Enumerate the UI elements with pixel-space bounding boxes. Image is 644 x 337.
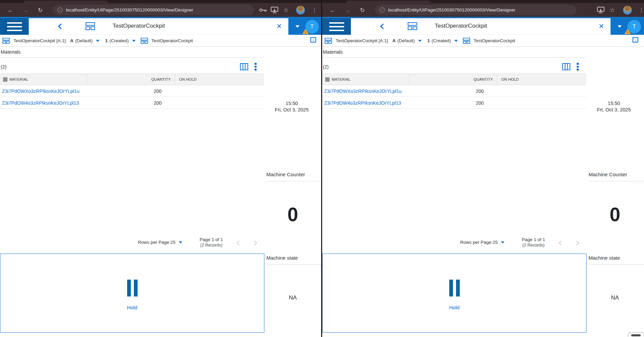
previous-page-icon[interactable] [237,241,241,245]
back-icon[interactable]: ← [6,6,15,15]
hold-button[interactable]: Hold [0,254,264,333]
column-header-material[interactable]: MATERIAL [0,74,87,85]
forward-icon[interactable]: → [21,6,30,15]
hamburger-menu-button[interactable] [0,18,29,35]
address-bar[interactable]: i localhost/Entity/UIPage/25100307501200… [375,5,576,15]
rows-per-page-value: 25 [493,240,498,245]
navigate-back-icon[interactable] [58,24,64,29]
column-header-on-hold[interactable]: ON HOLD [497,74,586,85]
material-link[interactable]: Z3i7PdOWXo3zRPIksnKeJOrYLpl1u [2,85,79,97]
column-header-material[interactable]: MATERIAL [322,74,409,85]
materials-count: (2) [1,64,6,70]
rows-per-page-dropdown[interactable]: Rows per Page:25 [460,240,504,245]
materials-section-title: Materials [323,49,343,55]
machine-state-value: NA [587,294,643,301]
corner-popup[interactable] [628,333,644,337]
machine-state-divider [266,264,321,265]
right-widgets-column: 15:50 Fri, Oct 3, 2025 Machine Counter 0… [587,17,644,337]
previous-page-icon[interactable] [559,241,564,245]
app-area: TestOperatorCockpit × T ! TestOperatorCo… [0,17,321,337]
hold-button[interactable]: Hold [322,254,587,333]
browser-profile-avatar[interactable] [623,6,632,15]
version-dropdown-caret-icon[interactable] [454,40,458,42]
material-link[interactable]: Z3i7PdOW4o3zRPIksnKeJOrYLpl13 [2,97,79,109]
navigate-back-icon[interactable] [380,24,386,29]
install-app-icon[interactable] [597,6,605,14]
cockpit-grid-icon [86,22,95,30]
revision-dropdown-caret-icon[interactable] [96,40,99,42]
page-title: TestOperatorCockpit [113,23,165,29]
version-value: 1 [105,38,108,43]
table-header: MATERIAL QUANTITY ON HOLD [0,74,264,85]
next-page-icon[interactable] [252,241,257,245]
page-grid-icon [141,38,148,44]
hold-label: Hold [449,305,460,310]
revision-value: A [392,38,396,43]
page-label: Page 1 of 1 [188,237,235,242]
rows-per-page-label: Rows per Page: [460,240,493,245]
revision-dropdown-caret-icon[interactable] [418,40,422,42]
pause-icon [127,280,138,296]
hold-label: Hold [127,305,138,310]
rows-per-page-label: Rows per Page: [138,240,170,245]
hamburger-menu-button[interactable] [322,18,351,35]
column-header-on-hold[interactable]: ON HOLD [175,74,264,85]
quantity-cell: 200 [409,97,484,109]
version-value: 1 [427,38,430,43]
revision-state: (Default) [75,38,93,43]
materials-count: (2) [323,64,329,70]
table-menu-icon[interactable] [255,63,257,72]
browser-window-left: ← → ↻ i localhost/Entity/UIPage/25100307… [0,0,321,337]
browser-profile-avatar[interactable] [296,6,305,15]
bookmark-star-icon[interactable]: ☆ [608,6,616,14]
machine-state-value: NA [264,294,321,301]
column-header-quantity[interactable]: QUANTITY [409,74,497,85]
url-text: localhost/Entity/UIPage/2510030750120000… [66,7,193,12]
browser-tab[interactable] [346,1,430,3]
reload-icon[interactable]: ↻ [358,6,367,15]
forward-icon[interactable]: → [343,6,352,15]
revision-value: A [70,38,74,43]
column-settings-icon[interactable] [240,63,248,70]
browser-tab-strip[interactable] [0,0,321,3]
entity-name: TestOperatorCockpit [A.1] [336,38,388,43]
machine-state-title: Machine state [266,255,298,261]
revision-state: (Default) [397,38,415,43]
material-link[interactable]: Z3i7PdOW4o3zRPIksnKeJOrYLpl13 [324,97,401,109]
records-label: (2 Records) [188,243,235,248]
reload-icon[interactable]: ↻ [36,6,45,15]
password-key-icon[interactable] [259,6,267,14]
browser-tab-strip[interactable] [322,0,644,3]
back-icon[interactable]: ← [328,6,337,15]
records-label: (2 Records) [510,243,557,248]
site-info-icon[interactable]: i [57,7,63,12]
rows-per-page-dropdown[interactable]: Rows per Page:25 [138,240,182,245]
quantity-cell: 200 [409,85,484,97]
entity-grid-icon [325,38,332,44]
address-bar[interactable]: i localhost/Entity/UIPage/25100307501200… [53,5,254,15]
column-settings-icon[interactable] [562,63,570,70]
browser-menu-icon[interactable]: ⋮ [637,6,644,14]
version-dropdown-caret-icon[interactable] [132,40,136,42]
quantity-cell: 200 [87,97,162,109]
browser-tab[interactable] [24,1,108,3]
page-info: Page 1 of 1 (2 Records) [510,237,557,248]
machine-state-divider [589,264,644,265]
browser-menu-icon[interactable]: ⋮ [310,6,318,14]
clock-date: Fri, Oct 3, 2025 [587,107,641,112]
install-app-icon[interactable] [270,6,279,14]
machine-counter-title: Machine Counter [266,172,305,177]
materials-section-title: Materials [1,49,21,55]
machine-counter-title: Machine Counter [589,172,627,177]
site-info-icon[interactable]: i [380,7,385,12]
clock-time: 15:50 [587,101,641,106]
machine-counter-value: 0 [264,203,321,226]
material-link[interactable]: Z3i7PdOWXo3zRPIksnKeJOrYLpl1u [324,85,402,97]
table-menu-icon[interactable] [577,63,579,72]
column-header-quantity[interactable]: QUANTITY [87,74,175,85]
table-row: Z3i7PdOWXo3zRPIksnKeJOrYLpl1u 200 [322,85,586,97]
materials-divider [0,57,264,58]
cockpit-grid-icon [408,22,417,30]
bookmark-star-icon[interactable]: ☆ [282,6,290,14]
next-page-icon[interactable] [574,241,579,245]
